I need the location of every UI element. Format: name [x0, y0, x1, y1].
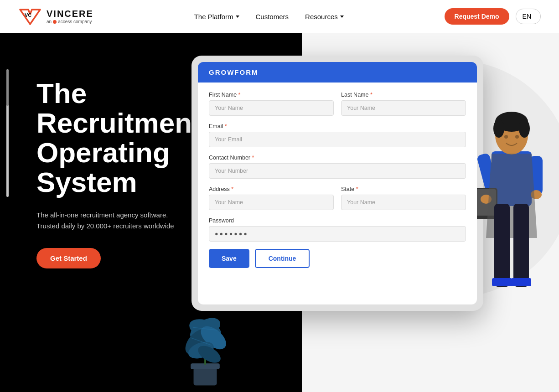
chevron-down-icon: [340, 15, 344, 18]
email-label: Email *: [209, 123, 466, 129]
navbar: VC VINCERE an access company The Platfor…: [0, 0, 559, 33]
required-marker: *: [238, 92, 241, 98]
form-row-password: Password ●●●●●●●: [209, 217, 466, 242]
svg-rect-2: [194, 367, 217, 386]
form-row-name: First Name * Your Name Last Name * Your …: [209, 92, 466, 116]
contact-input[interactable]: Your Number: [209, 163, 466, 179]
tablet-inner: GROWFORM First Name * Your Name Last Nam…: [198, 62, 477, 304]
nav-resources[interactable]: Resources: [305, 13, 344, 21]
required-marker: *: [356, 186, 358, 192]
required-marker: *: [370, 92, 373, 98]
form-tablet: GROWFORM First Name * Your Name Last Nam…: [192, 56, 483, 311]
logo-text: VINCERE an access company: [47, 9, 93, 24]
svg-point-17: [519, 119, 530, 138]
address-label: Address *: [209, 186, 334, 192]
form-header: GROWFORM: [198, 62, 477, 83]
svg-point-18: [504, 135, 508, 139]
svg-rect-31: [511, 278, 531, 286]
nav-platform[interactable]: The Platform: [194, 13, 239, 21]
svg-rect-30: [492, 278, 512, 286]
plant-illustration: [160, 296, 251, 387]
hero-heading: The Recruitment Operating System: [36, 78, 202, 197]
svg-text:VC: VC: [25, 12, 31, 18]
contact-label: Contact Number *: [209, 155, 466, 161]
nav-links: The Platform Customers Resources: [194, 13, 344, 21]
form-group-password: Password ●●●●●●●: [209, 217, 466, 242]
svg-point-19: [515, 135, 519, 139]
continue-button[interactable]: Continue: [255, 249, 310, 268]
form-group-address: Address * Your Name: [209, 186, 334, 210]
required-marker: *: [231, 186, 233, 192]
chevron-down-icon: [236, 15, 239, 18]
last-name-input[interactable]: Your Name: [341, 100, 466, 116]
form-row-contact: Contact Number * Your Number: [209, 155, 466, 179]
form-actions: Save Continue: [209, 249, 466, 268]
scrollbar-thumb: [6, 69, 9, 106]
request-demo-button[interactable]: Request Demo: [445, 8, 509, 25]
form-group-email: Email * Your Email: [209, 123, 466, 147]
state-label: State *: [341, 186, 466, 192]
form-group-state: State * Your Name: [341, 186, 466, 210]
form-body: First Name * Your Name Last Name * Your …: [198, 83, 477, 304]
hero-section: The Recruitment Operating System The all…: [0, 33, 559, 392]
address-input[interactable]: Your Name: [209, 195, 334, 210]
password-label: Password: [209, 217, 466, 224]
form-row-address: Address * Your Name State * Your Name: [209, 186, 466, 210]
svg-point-16: [493, 119, 504, 138]
logo-sub: an access company: [47, 19, 93, 24]
first-name-label: First Name *: [209, 92, 334, 98]
email-input[interactable]: Your Email: [209, 132, 466, 147]
form-group-contact: Contact Number * Your Number: [209, 155, 466, 179]
person-illustration: [477, 69, 550, 334]
nav-customers[interactable]: Customers: [256, 13, 289, 21]
logo-icon: VC: [18, 7, 42, 26]
access-dot: [53, 20, 57, 24]
get-started-button[interactable]: Get Started: [36, 248, 101, 268]
last-name-label: Last Name *: [341, 92, 466, 98]
tablet-scrollbar[interactable]: [6, 69, 9, 197]
required-marker: *: [225, 123, 227, 129]
state-input[interactable]: Your Name: [341, 195, 466, 210]
first-name-input[interactable]: Your Name: [209, 100, 334, 116]
nav-right: Request Demo EN: [445, 8, 541, 25]
form-group-first-name: First Name * Your Name: [209, 92, 334, 116]
language-selector[interactable]: EN: [516, 9, 541, 24]
required-marker: *: [252, 155, 254, 161]
hero-sub: The all-in-one recruitment agency softwa…: [36, 210, 202, 232]
svg-rect-26: [494, 204, 510, 281]
hero-text: The Recruitment Operating System The all…: [36, 78, 202, 268]
logo[interactable]: VC VINCERE an access company: [18, 7, 93, 26]
svg-rect-27: [513, 204, 529, 281]
form-row-email: Email * Your Email: [209, 123, 466, 147]
password-input[interactable]: ●●●●●●●: [209, 226, 466, 242]
logo-name: VINCERE: [47, 9, 93, 19]
save-button[interactable]: Save: [209, 249, 249, 268]
form-group-last-name: Last Name * Your Name: [341, 92, 466, 116]
